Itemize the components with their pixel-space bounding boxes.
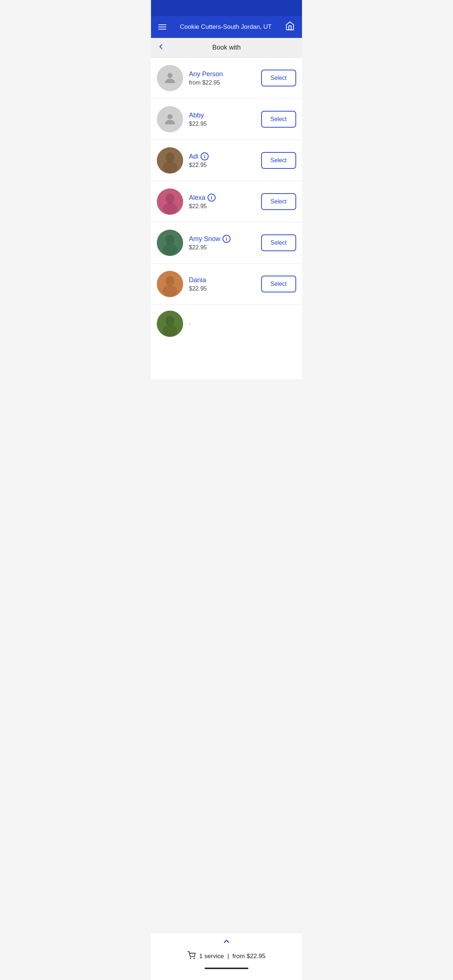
person-row-partial: ·	[151, 305, 302, 343]
svg-point-1	[167, 114, 172, 119]
person-row-any-person: Any Person from $22.95 Select	[151, 57, 302, 99]
avatar-partial	[157, 310, 183, 337]
select-button-any-person[interactable]: Select	[261, 70, 296, 86]
info-icon-alexa[interactable]: i	[207, 194, 215, 202]
sub-header-title: Book with	[158, 44, 295, 51]
svg-point-9	[166, 235, 174, 245]
person-info-alexa: Alexa i $22.95	[183, 194, 261, 210]
person-row-amy-snow: Amy Snow i $22.95 Select	[151, 223, 302, 264]
svg-point-10	[163, 244, 177, 256]
person-info-partial: ·	[183, 320, 296, 328]
person-info-abby: Abby $22.95	[183, 111, 261, 127]
header: Cookie Cutters-South Jordan, UT	[151, 16, 302, 38]
avatar-alexa	[157, 188, 183, 215]
avatar-amy-snow	[157, 230, 183, 256]
person-info-amy-snow: Amy Snow i $22.95	[183, 235, 261, 251]
person-name-dania: Dania	[189, 276, 261, 284]
people-list: Any Person from $22.95 Select Abby $22.9…	[151, 57, 302, 379]
select-button-abby[interactable]: Select	[261, 111, 296, 127]
home-button[interactable]	[285, 21, 295, 33]
info-icon-adi[interactable]: i	[201, 153, 209, 161]
bottom-bar: 1 service | from $22.95	[151, 932, 302, 980]
header-title: Cookie Cutters-South Jordan, UT	[166, 23, 285, 30]
svg-point-15	[166, 316, 174, 326]
svg-point-13	[163, 285, 177, 297]
select-button-adi[interactable]: Select	[261, 152, 296, 169]
person-price-amy-snow: $22.95	[189, 244, 261, 251]
avatar-dania	[157, 271, 183, 297]
person-price-any-person: from $22.95	[189, 80, 261, 86]
svg-point-18	[194, 958, 195, 958]
person-row-adi: Adi i $22.95 Select	[151, 140, 302, 181]
svg-point-4	[163, 162, 177, 173]
svg-point-0	[167, 73, 172, 78]
person-info-dania: Dania $22.95	[183, 276, 261, 292]
svg-point-6	[166, 194, 174, 204]
svg-point-3	[166, 153, 174, 162]
select-button-dania[interactable]: Select	[261, 275, 296, 293]
sub-header: Book with	[151, 38, 302, 57]
person-name-any-person: Any Person	[189, 70, 261, 78]
select-button-amy-snow[interactable]: Select	[261, 234, 296, 251]
cart-icon	[187, 951, 196, 961]
svg-point-12	[166, 276, 174, 286]
bottom-bar-text: 1 service | from $22.95	[199, 953, 266, 960]
back-button[interactable]	[157, 43, 165, 53]
person-price-adi: $22.95	[189, 162, 261, 169]
avatar-adi	[157, 147, 183, 173]
person-price-dania: $22.95	[189, 285, 261, 292]
menu-button[interactable]	[158, 24, 166, 30]
person-row-abby: Abby $22.95 Select	[151, 99, 302, 140]
person-name-adi: Adi i	[189, 153, 261, 161]
status-bar	[151, 0, 302, 16]
person-row-dania: Dania $22.95 Select	[151, 264, 302, 305]
avatar-any-person	[157, 65, 183, 91]
svg-point-16	[163, 325, 177, 337]
person-name-partial: ·	[189, 320, 296, 328]
bottom-indicator	[205, 967, 248, 969]
select-button-alexa[interactable]: Select	[261, 193, 296, 210]
person-name-abby: Abby	[189, 111, 261, 119]
info-icon-amy-snow[interactable]: i	[222, 235, 231, 243]
svg-point-17	[190, 958, 191, 958]
bottom-bar-content: 1 service | from $22.95	[187, 951, 266, 961]
bottom-bar-chevron[interactable]	[222, 937, 231, 948]
person-name-amy-snow: Amy Snow i	[189, 235, 261, 243]
person-price-alexa: $22.95	[189, 203, 261, 210]
person-price-abby: $22.95	[189, 121, 261, 127]
person-info-any-person: Any Person from $22.95	[183, 70, 261, 86]
svg-point-7	[163, 203, 177, 215]
avatar-abby	[157, 106, 183, 132]
person-row-alexa: Alexa i $22.95 Select	[151, 181, 302, 223]
person-info-adi: Adi i $22.95	[183, 153, 261, 169]
person-name-alexa: Alexa i	[189, 194, 261, 202]
